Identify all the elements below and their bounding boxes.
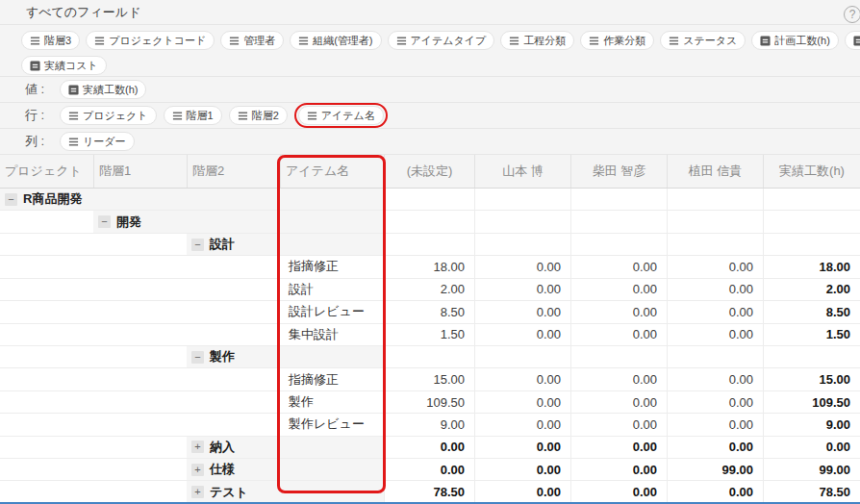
field-chip-label: 作業分類 — [603, 34, 645, 48]
field-chip[interactable]: プロジェクト — [60, 106, 157, 125]
column-header[interactable]: プロジェクト — [0, 155, 93, 188]
field-chip[interactable]: リーダー — [60, 132, 135, 151]
value-cell: 0.00 — [474, 459, 570, 480]
row-label-cell — [93, 301, 187, 322]
value-cell — [474, 189, 570, 210]
field-chip-label: 実績工数(h) — [83, 83, 138, 97]
value-cell — [384, 234, 474, 255]
expand-toggle[interactable]: + — [191, 441, 204, 453]
value-cell — [474, 234, 570, 255]
measure-field-icon — [853, 36, 860, 46]
field-chip[interactable]: 組織(管理者) — [290, 31, 381, 50]
row-label-cell — [187, 391, 280, 413]
field-chip[interactable]: 作業分類 — [580, 31, 654, 50]
field-chip[interactable]: アイテム名 — [298, 106, 384, 125]
values-axis-label: 値 : — [25, 81, 60, 98]
field-chip[interactable]: 階層2 — [229, 106, 288, 125]
group-row-label: 納入 — [210, 439, 235, 456]
dimension-field-icon — [298, 36, 309, 46]
collapse-toggle[interactable]: − — [191, 351, 204, 364]
row-label-cell — [93, 346, 187, 367]
item-name-cell: 指摘修正 — [280, 368, 384, 390]
row-label-cell: −開発 — [93, 211, 384, 232]
field-chip[interactable]: アイテムタイプ — [388, 31, 495, 50]
table-body: −R商品開発−開発−設計指摘修正18.000.000.000.0018.00設計… — [0, 189, 860, 504]
column-header[interactable]: 実績工数(h) — [763, 155, 860, 188]
value-cell: 0.00 — [384, 437, 474, 458]
value-cell — [474, 346, 570, 367]
field-chip[interactable]: 階層3 — [21, 31, 80, 50]
item-name-cell: 集中設計 — [280, 324, 384, 345]
table-row: +仕様0.000.000.0099.0099.00 — [0, 459, 860, 481]
value-cell: 0.00 — [570, 481, 667, 502]
group-row-label: 仕様 — [210, 461, 235, 478]
value-cell: 15.00 — [763, 368, 860, 390]
table-row: +納入0.000.000.000.000.00 — [0, 437, 860, 459]
column-header[interactable]: (未設定) — [384, 155, 474, 188]
expand-toggle[interactable]: + — [191, 464, 204, 476]
row-label-cell — [0, 459, 93, 480]
value-cell: 0.00 — [570, 391, 667, 413]
collapse-toggle[interactable]: − — [98, 215, 111, 228]
value-cell: 0.00 — [570, 301, 667, 322]
dimension-field-icon — [30, 36, 40, 46]
value-cell: 0.00 — [384, 459, 474, 480]
row-label-cell: −R商品開発 — [0, 189, 384, 210]
item-name-cell: 製作 — [280, 391, 384, 413]
field-chip[interactable]: 計画工数(h) — [751, 31, 838, 50]
field-chip[interactable]: 実績コスト — [21, 56, 107, 75]
value-cell — [763, 234, 860, 255]
value-cell: 0.00 — [667, 368, 763, 390]
column-header[interactable]: 柴田 智彦 — [570, 155, 667, 188]
field-chip[interactable]: 管理者 — [220, 31, 284, 50]
field-chip-label: 階層1 — [187, 109, 214, 123]
row-label-cell — [0, 301, 93, 322]
value-cell: 1.50 — [384, 324, 474, 345]
value-cell: 0.00 — [667, 324, 763, 345]
column-header[interactable]: 階層1 — [93, 155, 187, 188]
value-cell: 99.00 — [763, 459, 860, 480]
value-cell: 0.00 — [570, 368, 667, 390]
value-cell — [667, 346, 763, 367]
row-label-cell — [93, 391, 187, 413]
value-cell — [384, 189, 474, 210]
table-row: 指摘修正18.000.000.000.0018.00 — [0, 256, 860, 278]
value-cell: 0.00 — [474, 279, 570, 300]
table-row: 設計レビュー8.500.000.000.008.50 — [0, 301, 860, 323]
column-header[interactable]: 山本 博 — [474, 155, 570, 188]
help-icon[interactable]: ? — [844, 6, 860, 23]
field-chip-label: アイテム名 — [321, 109, 375, 123]
row-label-cell: +仕様 — [187, 459, 384, 480]
value-cell: 18.00 — [763, 256, 860, 277]
collapse-toggle[interactable]: − — [191, 239, 204, 251]
column-header[interactable]: 階層2 — [187, 155, 280, 188]
group-row-label: テスト — [210, 484, 248, 501]
value-cell — [384, 211, 474, 232]
expand-toggle[interactable]: + — [191, 486, 204, 498]
table-row: −開発 — [0, 211, 860, 233]
value-cell — [763, 189, 860, 210]
table-row: +テスト78.500.000.000.0078.50 — [0, 481, 860, 503]
value-cell: 0.00 — [474, 256, 570, 277]
value-cell: 15.00 — [384, 368, 474, 390]
field-chip[interactable]: 実績工数(h) — [60, 80, 146, 99]
value-cell — [570, 234, 667, 255]
measure-field-icon — [760, 36, 771, 46]
value-cell: 8.50 — [763, 301, 860, 322]
row-label-cell — [0, 234, 93, 255]
annotation-highlight-ring: アイテム名 — [294, 103, 388, 128]
field-chip[interactable]: プロジェクトコード — [86, 31, 215, 50]
value-cell: 0.00 — [667, 437, 763, 458]
row-label-cell — [93, 368, 187, 390]
row-label-cell — [93, 256, 187, 277]
value-cell: 0.00 — [474, 414, 570, 435]
column-header[interactable]: 植田 信貴 — [667, 155, 763, 188]
field-chip[interactable]: 階層1 — [164, 106, 222, 125]
field-chip[interactable]: 工程分類 — [500, 31, 574, 50]
column-header[interactable]: アイテム名 — [280, 155, 384, 188]
field-chip[interactable]: 計画コスト — [845, 31, 860, 50]
value-cell: 0.00 — [570, 414, 667, 435]
field-chip-label: 工程分類 — [523, 34, 566, 48]
field-chip[interactable]: ステータス — [660, 31, 746, 50]
collapse-toggle[interactable]: − — [5, 193, 17, 206]
